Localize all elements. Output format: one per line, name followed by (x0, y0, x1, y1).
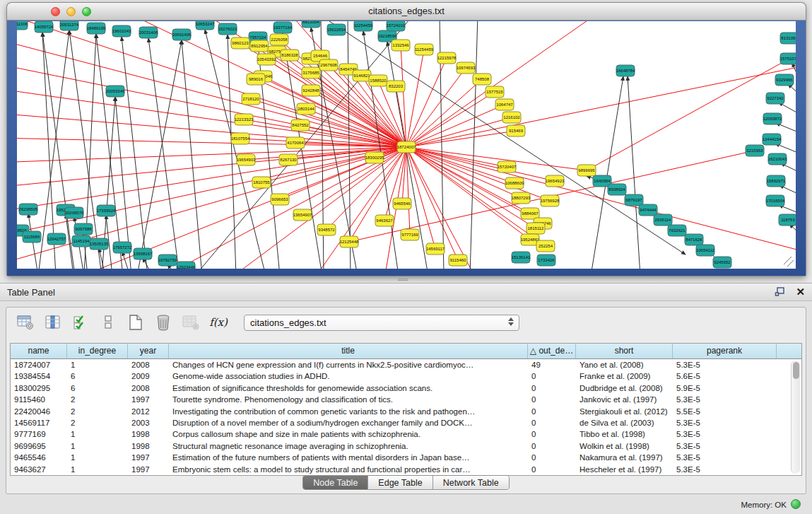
graph-node[interactable]: 13505135 (90, 238, 109, 250)
table-options-button[interactable] (16, 313, 35, 332)
graph-node[interactable]: 1064747 (495, 99, 514, 110)
graph-node[interactable]: 118753 (779, 214, 796, 226)
graph-node[interactable]: 2718120 (242, 93, 260, 105)
table-selector-dropdown[interactable]: citations_edges.txt (244, 315, 519, 331)
graph-node[interactable]: 9463627 (375, 215, 394, 226)
table-row[interactable]: 977716911998Corpus callosum shape and si… (11, 428, 801, 440)
rows-button[interactable] (99, 313, 117, 332)
graph-node[interactable]: 8267130 (279, 154, 298, 165)
graph-node[interactable]: 18724007 (397, 141, 416, 153)
graph-node[interactable]: 8186328 (281, 49, 299, 61)
graph-node[interactable]: 9245652 (713, 257, 731, 268)
graph-node[interactable]: 989016 (247, 74, 265, 85)
table-scrollbar-thumb[interactable] (793, 362, 799, 379)
graph-node[interactable]: 9146821 (353, 70, 371, 81)
graph-node[interactable]: 15892971 (767, 175, 786, 187)
column-header[interactable]: △ out_de… (528, 344, 576, 358)
graph-node[interactable]: 18411306 (17, 21, 28, 30)
close-panel-icon[interactable]: ✕ (796, 286, 805, 298)
graph-node[interactable]: 1577515 (486, 86, 504, 98)
table-row[interactable]: 1872400712008Changes of HCN gene express… (11, 359, 801, 370)
graph-node[interactable]: 19601043 (112, 25, 131, 37)
graph-node[interactable]: 8912954 (250, 40, 269, 52)
select-columns-button[interactable] (71, 313, 90, 332)
graph-node[interactable]: 10688609 (505, 177, 524, 189)
column-header[interactable]: short (576, 344, 673, 358)
graph-node[interactable]: 915469 (507, 125, 525, 136)
table-row[interactable]: 911546021997Tourette syndrome. Phenomeno… (11, 394, 801, 405)
graph-node[interactable]: 12215978 (437, 52, 457, 64)
table-row[interactable]: 1938455462009Genome-wide association stu… (11, 370, 801, 382)
column-header[interactable]: pagerank (673, 344, 777, 358)
graph-node[interactable]: 7632621 (668, 225, 686, 236)
graph-node[interactable]: 12125448 (340, 236, 359, 247)
tab-node-table[interactable]: Node Table (303, 476, 368, 489)
column-header[interactable]: year (128, 344, 169, 358)
graph-node[interactable]: 2935114 (654, 214, 672, 226)
delete-table-button[interactable] (154, 313, 172, 332)
graph-node[interactable]: 15724101 (387, 21, 406, 31)
graph-node[interactable]: 9329966 (775, 74, 794, 86)
graph-node[interactable]: 9777169 (401, 229, 419, 240)
graph-node[interactable]: 10974593 (457, 62, 476, 74)
graph-node[interactable]: 8471626 (685, 234, 703, 245)
graph-node[interactable]: 19756928 (541, 195, 560, 206)
graph-node[interactable]: 8813054 (302, 21, 320, 28)
table-row[interactable]: 969969511998Structural magnetic resonanc… (11, 440, 801, 452)
graph-node[interactable]: 9097588 (74, 223, 93, 235)
tab-network-table[interactable]: Network Table (433, 476, 509, 489)
graph-node[interactable]: 18486195 (87, 23, 106, 34)
graph-node[interactable]: 12444154 (763, 134, 782, 145)
graph-node[interactable]: 4170064 (286, 137, 305, 148)
graph-node[interactable]: 10654112 (696, 245, 715, 256)
graph-node[interactable]: 15276023 (218, 23, 237, 35)
graph-node[interactable]: 2803144 (297, 103, 315, 115)
graph-node[interactable]: 1588520 (369, 75, 387, 86)
tab-edge-table[interactable]: Edge Table (368, 476, 433, 489)
graph-node[interactable]: 20031406 (139, 27, 158, 38)
graph-node[interactable]: 9242848 (302, 85, 320, 96)
graph-node[interactable]: 252254 (536, 240, 555, 252)
graph-node[interactable]: 9465546 (393, 198, 411, 209)
table-row[interactable]: 2242004622012Investigating the contribut… (11, 406, 801, 417)
graph-node[interactable]: 11254459 (415, 44, 434, 55)
graph-node[interactable]: 16210643 (768, 153, 787, 165)
table-row[interactable]: 1830029562008Estimation of significance … (11, 382, 801, 394)
graph-node[interactable]: 19654903 (237, 154, 256, 165)
graph-node[interactable]: 18300295 (365, 152, 384, 163)
graph-node[interactable]: 15751074 (780, 53, 796, 64)
graph-node[interactable]: 12923446 (177, 262, 196, 269)
graph-node[interactable]: 15720407 (498, 161, 517, 173)
graph-node[interactable]: 3215953 (746, 145, 764, 156)
graph-node[interactable]: 15136141 (512, 252, 531, 263)
graph-node[interactable]: 12942757 (47, 233, 66, 245)
graph-node[interactable]: 18107554 (231, 133, 250, 144)
graph-node[interactable]: 20691406 (172, 29, 192, 40)
graph-node[interactable]: 1815112 (526, 223, 545, 234)
graph-node[interactable]: 20053346 (106, 86, 125, 97)
graph-node[interactable]: 13958167 (134, 248, 153, 259)
float-panel-icon[interactable] (775, 286, 786, 298)
graph-node[interactable]: 26206505 (19, 204, 38, 215)
graph-node[interactable]: 16782759 (158, 255, 177, 266)
graph-node[interactable]: 3175685 (302, 67, 320, 78)
table-row[interactable]: 1456911722003Disruption of a novel membe… (11, 417, 801, 428)
graph-node[interactable]: 2226058 (270, 34, 288, 45)
column-header[interactable]: name (11, 344, 67, 358)
graph-node[interactable]: 9860123 (231, 37, 249, 49)
graph-node[interactable]: 1810755 (252, 177, 271, 188)
graph-node[interactable]: 16648784 (616, 65, 635, 76)
graph-node[interactable]: 19654923 (546, 175, 565, 187)
graph-node[interactable]: 9096653 (271, 194, 289, 205)
column-header[interactable]: in_degree (67, 344, 128, 358)
graph-node[interactable]: 14569117 (426, 243, 445, 255)
graph-node[interactable]: 1145194 (72, 235, 90, 247)
graph-node[interactable]: 12093872 (763, 113, 782, 124)
column-header[interactable]: title (169, 344, 528, 358)
graph-node[interactable]: 6879197 (625, 194, 643, 206)
graph-node[interactable]: 8131054 (780, 33, 796, 44)
new-table-button[interactable] (126, 313, 145, 332)
graph-node[interactable]: 8938924 (608, 184, 626, 195)
graph-node[interactable]: 2967608 (319, 59, 338, 71)
graph-node[interactable]: 9227342 (766, 93, 784, 104)
